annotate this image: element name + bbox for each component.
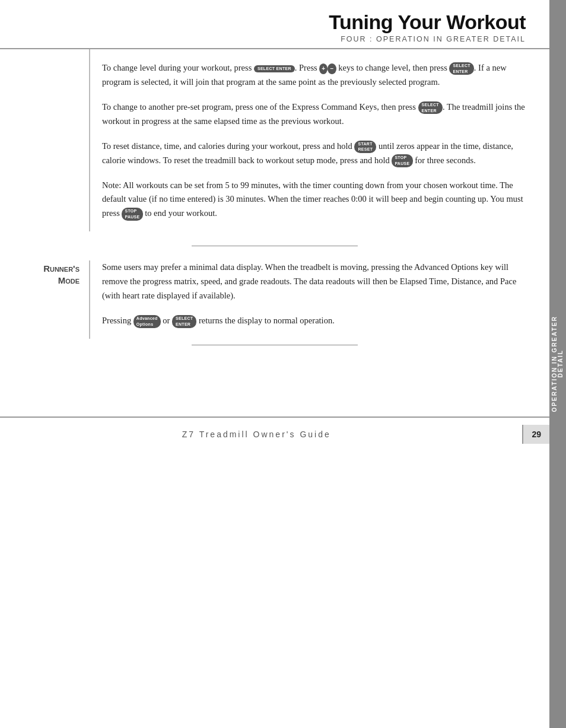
- page-subtitle: Four : Operation in Greater Detail: [24, 35, 526, 43]
- paragraph-4: Note: All workouts can be set from 5 to …: [102, 179, 526, 221]
- runners-content: Some users may prefer a minimal data dis…: [89, 260, 549, 339]
- runners-mode-label: Runner's Mode: [0, 263, 80, 286]
- page-header: Tuning Your Workout Four : Operation in …: [0, 0, 549, 49]
- stop-pause-button: STOPPAUSE: [392, 154, 412, 167]
- divider-bottom: [192, 345, 358, 345]
- top-content: To change level during your workout, pre…: [89, 49, 549, 231]
- top-section: To change level during your workout, pre…: [0, 49, 549, 231]
- minus-button: −: [327, 63, 336, 74]
- runners-mode-section: Runner's Mode Some users may prefer a mi…: [0, 260, 549, 339]
- right-sidebar: Operation in GreaterDetail: [549, 0, 566, 728]
- paragraph-1: To change level during your workout, pre…: [102, 61, 526, 90]
- blank-col: [0, 49, 89, 231]
- plus-button: +: [319, 63, 327, 74]
- select-enter-button-3: SELECTENTER: [418, 101, 443, 115]
- select-enter-button-4: SELECTENTER: [172, 315, 196, 328]
- paragraph-2: To change to another pre-set program, pr…: [102, 100, 526, 129]
- runners-label-line2: Mode: [58, 275, 80, 285]
- select-enter-button: SELECT ENTER: [254, 65, 295, 72]
- footer: Z7 Treadmill Owner's Guide 29: [0, 417, 549, 451]
- page-title: Tuning Your Workout: [24, 11, 526, 34]
- runners-label-line1: Runner's: [43, 263, 80, 274]
- start-reset-button: STARTRESET: [354, 141, 376, 154]
- footer-title: Z7 Treadmill Owner's Guide: [0, 430, 522, 439]
- runners-label-col: Runner's Mode: [0, 260, 89, 339]
- runners-paragraph-2: Pressing AdvancedOptions or SELECTENTER …: [102, 314, 526, 328]
- stop-pause-button-2: STOPPAUSE: [122, 208, 142, 221]
- divider-top: [192, 246, 358, 246]
- select-enter-button-2: SELECTENTER: [449, 62, 473, 75]
- paragraph-3: To reset distance, time, and calories du…: [102, 139, 526, 168]
- sidebar-text: Operation in GreaterDetail: [552, 316, 564, 412]
- advanced-options-button: AdvancedOptions: [133, 315, 161, 328]
- runners-paragraph-1: Some users may prefer a minimal data dis…: [102, 260, 526, 303]
- footer-page-number: 29: [522, 425, 549, 444]
